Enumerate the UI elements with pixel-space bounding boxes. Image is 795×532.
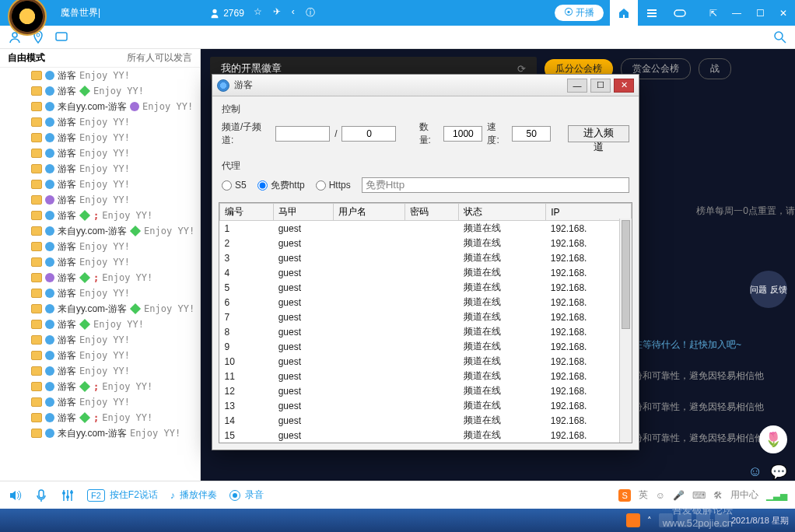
list-item[interactable]: 游客 Enjoy YY! xyxy=(0,285,200,301)
list-item[interactable]: 游客 ; Enjoy YY! xyxy=(0,379,200,394)
list-item[interactable]: 游客 Enjoy YY! xyxy=(0,145,200,161)
list-item[interactable]: 游客 Enjoy YY! xyxy=(0,363,200,379)
dialog-minimize[interactable]: — xyxy=(567,79,587,93)
list-item[interactable]: 游客 Enjoy YY! xyxy=(0,192,200,208)
keyboard-tray-icon[interactable]: ⌨ xyxy=(692,490,706,501)
dialog-maximize[interactable]: ☐ xyxy=(590,79,611,93)
column-header[interactable]: 用户名 xyxy=(334,204,405,221)
emoji-tray-icon[interactable]: ☺ xyxy=(656,490,665,501)
table-row[interactable]: 7guest频道在线192.168. xyxy=(220,310,632,324)
qty-input[interactable] xyxy=(443,126,482,142)
list-item[interactable]: 游客 ; Enjoy YY! xyxy=(0,410,200,425)
list-item[interactable]: 游客 Enjoy YY! xyxy=(0,114,200,130)
windows-taskbar[interactable]: ˄ 2021/8/18 星期 吾爱破解论坛 www.52pojie.cn xyxy=(0,509,795,532)
channel-input[interactable] xyxy=(275,126,330,142)
record-button[interactable]: 录音 xyxy=(229,488,264,502)
ime-lang[interactable]: 英 xyxy=(639,488,648,502)
mode-bar[interactable]: 自由模式 所有人可以发言 xyxy=(0,49,200,68)
user-list[interactable]: 游客 Enjoy YY! 游客 Enjoy YY! 来自yy.com-游客 En… xyxy=(0,68,200,481)
table-row[interactable]: 13guest频道在线192.168. xyxy=(220,398,632,413)
emoji-icon[interactable]: ☺ xyxy=(748,464,762,481)
proxy-https-radio[interactable]: Https xyxy=(316,180,351,191)
list-item[interactable]: 游客 Enjoy YY! xyxy=(0,239,200,254)
start-stream-button[interactable]: ⦿ 开播 xyxy=(555,5,604,21)
taskbar-chevron-icon[interactable]: ˄ xyxy=(647,516,652,526)
equalizer-icon[interactable] xyxy=(61,488,75,502)
list-item[interactable]: 游客 Enjoy YY! xyxy=(0,254,200,270)
tools-tray-icon[interactable]: 🛠 xyxy=(713,490,723,501)
list-item[interactable]: 游客 Enjoy YY! xyxy=(0,83,200,99)
list-item[interactable]: 游客 Enjoy YY! xyxy=(0,68,200,83)
table-row[interactable]: 8guest频道在线192.168. xyxy=(220,324,632,339)
table-row[interactable]: 1guest频道在线192.168. xyxy=(220,221,632,236)
table-row[interactable]: 6guest频道在线192.168. xyxy=(220,295,632,310)
table-row[interactable]: 16guest频道在线192.168. xyxy=(220,443,632,443)
play-accompaniment[interactable]: ♪播放伴奏 xyxy=(170,488,217,502)
list-item[interactable]: 游客 Enjoy YY! xyxy=(0,332,200,348)
speaker-icon[interactable] xyxy=(8,488,22,502)
list-item[interactable]: 游客 Enjoy YY! xyxy=(0,177,200,192)
list-item[interactable]: 游客 ; Enjoy YY! xyxy=(0,270,200,285)
nav-home[interactable] xyxy=(610,0,638,26)
nav-list[interactable] xyxy=(638,0,666,26)
proxy-s5-radio[interactable]: S5 xyxy=(222,180,247,191)
table-row[interactable]: 12guest频道在线192.168. xyxy=(220,383,632,398)
list-item[interactable]: 来自yy.com-游客 Enjoy YY! xyxy=(0,223,200,239)
list-item[interactable]: 来自yy.com-游客 Enjoy YY! xyxy=(0,425,200,441)
dialog-close[interactable]: ✕ xyxy=(614,79,634,93)
chat-bubble-icon[interactable]: 💬 xyxy=(770,464,787,481)
scrollbar-thumb[interactable] xyxy=(622,220,630,329)
mic-tray-icon[interactable]: 🎤 xyxy=(673,490,685,501)
list-item[interactable]: 游客 Enjoy YY! xyxy=(0,394,200,410)
info-icon[interactable]: ⓘ xyxy=(306,6,315,19)
taskbar-sogou-icon[interactable] xyxy=(626,513,640,527)
user-center[interactable]: 用中心 xyxy=(730,488,758,502)
f2-talk[interactable]: F2按住F2说话 xyxy=(87,488,158,502)
tab-zhan[interactable]: 战 xyxy=(699,58,731,79)
list-item[interactable]: 游客 Enjoy YY! xyxy=(0,161,200,177)
flower-icon[interactable]: 🌷 xyxy=(759,425,787,453)
column-header[interactable]: 密码 xyxy=(405,204,458,221)
search-icon[interactable] xyxy=(773,30,787,44)
table-row[interactable]: 15guest频道在线192.168. xyxy=(220,428,632,443)
refresh-icon[interactable]: ⟳ xyxy=(517,63,526,75)
chat-icon[interactable] xyxy=(54,30,68,44)
speed-input[interactable] xyxy=(512,126,551,142)
column-header[interactable]: 编号 xyxy=(220,204,274,221)
list-item[interactable]: 游客 Enjoy YY! xyxy=(0,130,200,145)
table-row[interactable]: 9guest频道在线192.168. xyxy=(220,339,632,354)
taskbar-clock[interactable]: 2021/8/18 星期 xyxy=(731,516,789,525)
share-icon[interactable]: ‹ xyxy=(292,6,295,19)
mic-icon[interactable] xyxy=(34,488,48,502)
column-header[interactable]: 马甲 xyxy=(274,204,334,221)
table-row[interactable]: 3guest频道在线192.168. xyxy=(220,250,632,265)
list-item[interactable]: 来自yy.com-游客 Enjoy YY! xyxy=(0,301,200,317)
feedback-button[interactable]: 问题 反馈 xyxy=(750,271,787,308)
plane-icon[interactable]: ✈ xyxy=(273,6,281,19)
collapse-button[interactable]: ⇱ xyxy=(702,0,725,26)
proxy-input[interactable] xyxy=(362,177,629,193)
subchannel-input[interactable] xyxy=(341,126,396,142)
data-grid[interactable]: 编号马甲用户名密码状态IP1guest频道在线192.168. 2guest频道… xyxy=(219,202,632,443)
table-row[interactable]: 5guest频道在线192.168. xyxy=(220,280,632,295)
table-row[interactable]: 4guest频道在线192.168. xyxy=(220,265,632,280)
minimize-button[interactable]: — xyxy=(725,0,748,26)
proxy-free-radio[interactable]: 免费http xyxy=(257,179,305,192)
table-row[interactable]: 14guest频道在线192.168. xyxy=(220,413,632,428)
sogou-ime-icon[interactable]: S xyxy=(618,489,630,502)
list-item[interactable]: 游客 Enjoy YY! xyxy=(0,317,200,332)
column-header[interactable]: 状态 xyxy=(459,204,546,221)
nav-game[interactable] xyxy=(666,0,694,26)
list-item[interactable]: 来自yy.com-游客 Enjoy YY! xyxy=(0,99,200,114)
table-row[interactable]: 2guest频道在线192.168. xyxy=(220,236,632,250)
star-icon[interactable]: ☆ xyxy=(254,6,262,19)
enter-channel-button[interactable]: 进入频道 xyxy=(568,125,629,142)
close-button[interactable]: ✕ xyxy=(772,0,795,26)
dialog-titlebar[interactable]: 游客 — ☐ ✕ xyxy=(212,75,639,96)
list-item[interactable]: 游客 Enjoy YY! xyxy=(0,348,200,363)
table-row[interactable]: 10guest频道在线192.168. xyxy=(220,354,632,369)
table-row[interactable]: 11guest频道在线192.168. xyxy=(220,369,632,383)
maximize-button[interactable]: ☐ xyxy=(748,0,772,26)
list-item[interactable]: 游客 ; Enjoy YY! xyxy=(0,208,200,223)
grid-scrollbar[interactable] xyxy=(619,219,632,443)
